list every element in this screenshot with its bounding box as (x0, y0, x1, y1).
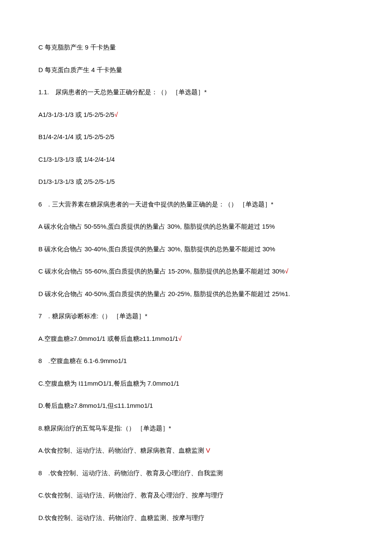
line-text: A1/3-1/3-1/3 或 1/5-2/5-2/5 (38, 111, 114, 118)
line-text: B 碳水化合物占 30-40%,蛋白质提供的热量占 30%, 脂肪提供的总热量不… (38, 245, 275, 253)
option-d-protein: D 每克蛋白质产生 4 千卡热量 (38, 65, 354, 75)
line-text: C1/3-1/3-1/3 或 1/4-2/4-1/4 (38, 156, 115, 163)
line-text: D 碳水化合物占 40-50%,蛋白质提供的热量占 20-25%, 脂肪提供的总… (38, 290, 290, 297)
line-text: 6 . 三大营养素在糖尿病患者的一天进食中提供的热量正确的是：（） ［单选题］* (38, 200, 274, 208)
option-c-q6: C 碳水化合物占 55-60%,蛋白质提供的热量占 15-20%, 脂肪提供的总… (38, 267, 354, 276)
line-text: 8 .空腹血糖在 6.1-6.9mmo1/1 (38, 357, 127, 364)
option-a-q1: A1/3-1/3-1/3 或 1/5-2/5-2/5√ (38, 110, 354, 120)
option-d-q8: D.饮食控制、运动疗法、药物治疗、血糖监测、按摩与理疗 (38, 513, 354, 523)
line-text: D 每克蛋白质产生 4 千卡热量 (38, 66, 122, 73)
line-text: D1/3-1/3-1/3 或 2/5-2/5-1/5 (38, 178, 115, 185)
check-mark: V (206, 447, 210, 454)
line-text: D.饮食控制、运动疗法、药物治疗、血糖监测、按摩与理疗 (38, 514, 205, 521)
line-text: D.餐后血糖≥7.8mmo1/1,但≤11.1mmo1/1 (38, 402, 153, 409)
option-b-q6: B 碳水化合物占 30-40%,蛋白质提供的热量占 30%, 脂肪提供的总热量不… (38, 244, 354, 254)
line-text: C 碳水化合物占 55-60%,蛋白质提供的热量占 15-20%, 脂肪提供的总… (38, 267, 285, 275)
option-a-q8: A.饮食控制、运动疗法、药物治疗、糖尿病教育、血糖监测 V (38, 446, 354, 456)
option-8-q8: 8 .饮食控制、运动疗法、药物治疗、教育及心理治疗、自我监测 (38, 468, 354, 478)
option-d-q7: D.餐后血糖≥7.8mmo1/1,但≤11.1mmo1/1 (38, 401, 354, 411)
line-text: A.饮食控制、运动疗法、药物治疗、糖尿病教育、血糖监测 (38, 447, 206, 454)
line-text: 8 .饮食控制、运动疗法、药物治疗、教育及心理治疗、自我监测 (38, 469, 223, 477)
option-c-fat: C 每克脂肪产生 9 千卡热量 (38, 43, 354, 52)
line-text: B1/4-2/4-1/4 或 1/5-2/5-2/5 (38, 133, 114, 140)
question-7: 7 . 糖尿病诊断标准:（） ［单选题］* (38, 311, 354, 321)
question-8: 8.糖尿病治疗的五驾马车是指:（） ［单选题］* (38, 424, 354, 433)
line-text: 7 . 糖尿病诊断标准:（） ［单选题］* (38, 312, 147, 320)
option-c-q8: C.饮食控制、运动疗法、药物治疗、教育及心理治疗、按摩与理疗 (38, 491, 354, 500)
check-mark: √ (114, 111, 118, 118)
option-c-q1: C1/3-1/3-1/3 或 1/4-2/4-1/4 (38, 155, 354, 165)
line-text: A.空腹血糖≥7.0mmo1/1 或餐后血糖≥11.1mmo1/1 (38, 335, 178, 342)
line-text: C.空腹血糖为 I11mmO1/1,餐后血糖为 7.0mmo1/1 (38, 380, 179, 387)
line-text: 1.1. 尿病患者的一天总热量正确分配是：（） ［单选题］* (38, 88, 207, 96)
check-mark: √ (285, 267, 288, 275)
question-1-1: 1.1. 尿病患者的一天总热量正确分配是：（） ［单选题］* (38, 87, 354, 97)
line-text: C.饮食控制、运动疗法、药物治疗、教育及心理治疗、按摩与理疗 (38, 491, 224, 499)
question-6: 6 . 三大营养素在糖尿病患者的一天进食中提供的热量正确的是：（） ［单选题］* (38, 200, 354, 209)
option-8-q7: 8 .空腹血糖在 6.1-6.9mmo1/1 (38, 356, 354, 366)
option-a-q7: A.空腹血糖≥7.0mmo1/1 或餐后血糖≥11.1mmo1/1√ (38, 334, 354, 344)
line-text: 8.糖尿病治疗的五驾马车是指:（） ［单选题］* (38, 424, 171, 432)
option-a-q6: A 碳水化合物占 50-55%,蛋白质提供的热量占 30%, 脂肪提供的总热量不… (38, 222, 354, 232)
option-d-q6: D 碳水化合物占 40-50%,蛋白质提供的热量占 20-25%, 脂肪提供的总… (38, 289, 354, 299)
check-mark: √ (178, 335, 182, 342)
option-c-q7: C.空腹血糖为 I11mmO1/1,餐后血糖为 7.0mmo1/1 (38, 379, 354, 389)
line-text: C 每克脂肪产生 9 千卡热量 (38, 44, 116, 51)
option-b-q1: B1/4-2/4-1/4 或 1/5-2/5-2/5 (38, 132, 354, 142)
option-d-q1: D1/3-1/3-1/3 或 2/5-2/5-1/5 (38, 177, 354, 187)
line-text: A 碳水化合物占 50-55%,蛋白质提供的热量占 30%, 脂肪提供的总热量不… (38, 223, 275, 230)
